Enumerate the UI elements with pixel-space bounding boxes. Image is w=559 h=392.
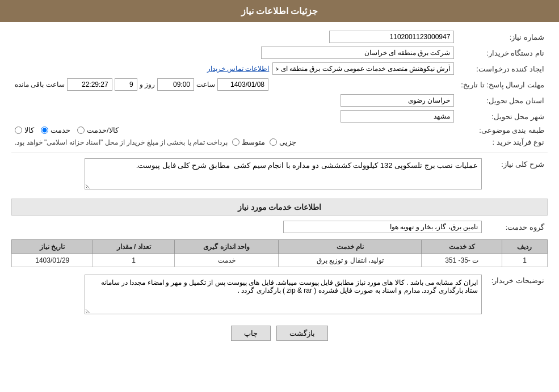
category-khedmat-radio[interactable] — [41, 127, 48, 134]
need-number-label: شماره نیاز: — [457, 29, 548, 45]
page-wrapper: جزئیات اطلاعات نیاز شماره نیاز: نام دستگ… — [0, 0, 559, 392]
cell-code: ت -35- 351 — [422, 254, 502, 267]
buyer-notes-value: ایران کد مشابه می باشد . کالا های مورد ن… — [11, 273, 485, 318]
category-radio-group: کالا خدمت کالا/خدمت — [15, 126, 454, 134]
print-button[interactable]: چاپ — [231, 326, 271, 341]
category-kala-khedmat-label: کالا/خدمت — [87, 126, 119, 134]
response-days-input[interactable] — [115, 78, 137, 91]
category-kala-item: کالا — [15, 126, 34, 134]
requester-label: ایجاد کننده درخواست: — [457, 61, 548, 77]
service-group-table: گروه خدمت: — [11, 219, 548, 235]
category-kala-label: کالا — [24, 126, 34, 134]
buyer-org-label: نام دستگاه خریدار: — [457, 45, 548, 61]
cell-unit: خدمت — [174, 254, 279, 267]
city-input[interactable] — [341, 110, 454, 123]
need-desc-label: شرح کلی نیاز: — [485, 157, 548, 193]
col-code: کد خدمت — [422, 240, 502, 254]
category-kala-khedmat-item: کالا/خدمت — [77, 126, 119, 134]
response-remaining-label: ساعت باقی مانده — [15, 81, 65, 88]
purchase-medium-radio[interactable] — [232, 138, 239, 146]
category-kala-khedmat-radio[interactable] — [77, 127, 85, 134]
need-number-value — [226, 29, 457, 45]
service-group-input[interactable] — [283, 221, 482, 233]
city-label: شهر محل تحویل: — [457, 108, 548, 124]
main-content: شماره نیاز: نام دستگاه خریدار: ایجاد کنن… — [0, 29, 559, 341]
response-time-input[interactable] — [157, 78, 194, 91]
response-days-label: روز و — [140, 81, 155, 88]
buyer-notes-textarea[interactable]: ایران کد مشابه می باشد . کالا های مورد ن… — [85, 275, 482, 314]
need-number-input[interactable] — [329, 31, 454, 43]
page-header: جزئیات اطلاعات نیاز — [0, 0, 559, 22]
purchase-medium-label: متوسط — [242, 138, 265, 146]
response-deadline-row: ساعت روز و ساعت باقی مانده — [11, 77, 457, 92]
col-qty: تعداد / مقدار — [93, 240, 174, 254]
purchase-small-label: جزیی — [279, 138, 296, 146]
need-description-textarea[interactable]: عملیات نصب برج تلسکوپی 132 کیلوولت کشششی… — [85, 158, 482, 189]
purchase-type-label: نوع فرآیند خرید : — [457, 136, 548, 148]
need-desc-table: شرح کلی نیاز: عملیات نصب برج تلسکوپی 132… — [11, 157, 548, 193]
page-title: جزئیات اطلاعات نیاز — [241, 6, 318, 16]
cell-qty: 1 — [93, 254, 174, 267]
purchase-small-item: جزیی — [270, 138, 296, 146]
category-kala-radio[interactable] — [15, 127, 22, 134]
buyer-notes-table: توضیحات خریدار: ایران کد مشابه می باشد .… — [11, 273, 548, 318]
table-row: 1 ت -35- 351 تولید، انتقال و توزیع برق خ… — [12, 254, 548, 267]
response-date-input[interactable] — [217, 78, 268, 91]
cell-date: 1403/01/29 — [12, 254, 93, 267]
category-khedmat-item: خدمت — [41, 126, 70, 134]
cell-name: تولید، انتقال و توزیع برق — [279, 254, 422, 267]
purchase-desc: پرداخت تمام یا بخشی از مبلغ خریدار از مح… — [15, 138, 228, 146]
cell-row: 1 — [502, 254, 547, 267]
col-name: نام خدمت — [279, 240, 422, 254]
contact-link[interactable]: اطلاعات تماس خریدار — [207, 65, 270, 73]
requester-input[interactable] — [272, 62, 454, 75]
province-label: استان محل تحویل: — [457, 92, 548, 108]
response-time-label: ساعت — [196, 81, 215, 88]
purchase-medium-item: متوسط — [232, 138, 265, 146]
service-group-label: گروه خدمت: — [485, 219, 548, 235]
info-table: شماره نیاز: نام دستگاه خریدار: ایجاد کنن… — [11, 29, 548, 148]
services-section-header: اطلاعات خدمات مورد نیاز — [11, 199, 548, 216]
category-khedmat-label: خدمت — [51, 126, 70, 134]
buyer-org-value — [11, 45, 457, 61]
buyer-notes-label: توضیحات خریدار: — [485, 273, 548, 318]
buyer-org-input[interactable] — [261, 47, 454, 59]
col-date: تاریخ نیاز — [12, 240, 93, 254]
col-row: ردیف — [502, 240, 547, 254]
response-remaining-input[interactable] — [67, 78, 112, 91]
col-unit: واحد اندازه گیری — [174, 240, 279, 254]
requester-value: اطلاعات تماس خریدار — [11, 61, 457, 77]
services-table: ردیف کد خدمت نام خدمت واحد اندازه گیری ت… — [11, 239, 548, 267]
category-label: طبقه بندی موضوعی: — [457, 124, 548, 136]
need-desc-value: عملیات نصب برج تلسکوپی 132 کیلوولت کشششی… — [11, 157, 485, 193]
response-deadline-label: مهلت ارسال پاسخ: تا تاریخ: — [457, 77, 548, 92]
purchase-type-row: پرداخت تمام یا بخشی از مبلغ خریدار از مح… — [15, 138, 454, 146]
service-group-value — [11, 219, 485, 235]
purchase-small-radio[interactable] — [270, 138, 277, 146]
button-row: بازگشت چاپ — [11, 326, 548, 341]
back-button[interactable]: بازگشت — [276, 326, 328, 341]
province-input[interactable] — [341, 94, 454, 107]
